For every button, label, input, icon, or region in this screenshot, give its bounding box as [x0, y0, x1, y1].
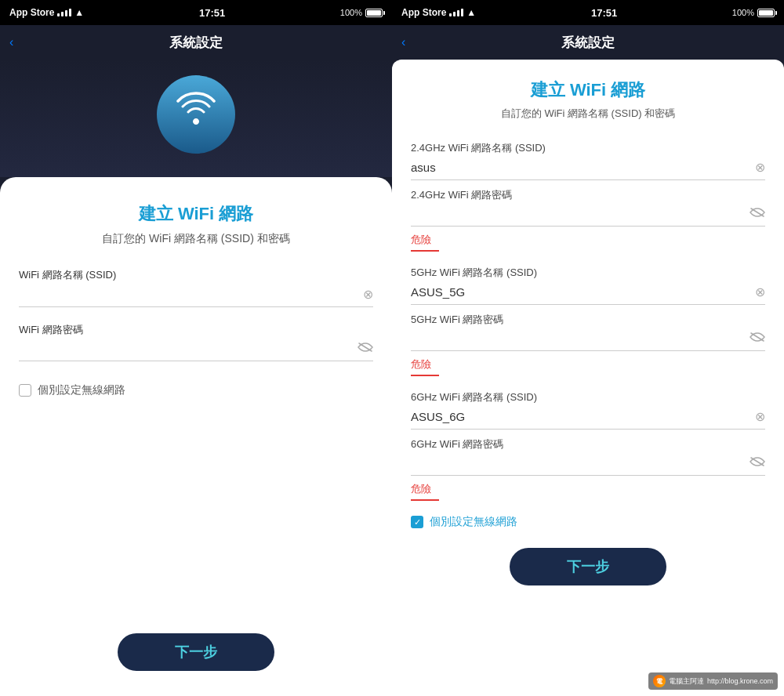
right-ssid5-row: ⊗ — [411, 285, 765, 305]
left-nav-bar: ‹ 系統設定 — [0, 25, 392, 60]
right-pass24-toggle-icon[interactable] — [750, 207, 765, 221]
right-status-right: 100% — [732, 8, 775, 17]
right-signal-bar-4 — [461, 9, 463, 16]
right-pass24-row — [411, 207, 765, 227]
right-danger1: 危險 — [411, 233, 765, 247]
left-checkbox-label: 個別設定無線網路 — [38, 383, 125, 397]
right-wifi-status-icon: ▲ — [466, 7, 476, 18]
right-danger2: 危險 — [411, 357, 765, 372]
left-password-input[interactable] — [19, 343, 358, 356]
right-signal-bar-2 — [453, 12, 456, 16]
left-back-chevron: ‹ — [9, 35, 13, 49]
right-ssid5-input[interactable] — [411, 285, 755, 299]
left-card-subtitle: 自訂您的 WiFi 網路名稱 (SSID) 和密碼 — [19, 232, 373, 246]
signal-bar-3 — [65, 10, 67, 16]
right-ssid5-label: 5GHz WiFi 網路名稱 (SSID) — [411, 266, 765, 280]
right-nav-bar: ‹ 系統設定 — [392, 25, 784, 60]
right-ssid5-clear-icon[interactable]: ⊗ — [755, 285, 765, 299]
right-danger3: 危險 — [411, 482, 765, 496]
left-battery-icon — [365, 9, 383, 17]
right-nav-title: 系統設定 — [561, 34, 615, 52]
right-back-button[interactable]: ‹ — [401, 35, 405, 49]
signal-bar-1 — [57, 13, 60, 16]
right-danger1-underline — [411, 250, 439, 252]
left-hero-area — [0, 60, 392, 177]
wifi-symbol-icon — [174, 89, 218, 141]
watermark-text: 電腦主阿達 — [669, 676, 704, 687]
right-checkbox-checked[interactable]: ✓ — [411, 516, 423, 528]
left-card: 建立 WiFi 網路 自訂您的 WiFi 網路名稱 (SSID) 和密碼 WiF… — [0, 177, 392, 696]
right-battery-icon — [757, 9, 775, 17]
right-bottom-area: 下一步 — [411, 529, 765, 611]
left-password-label: WiFi 網路密碼 — [19, 323, 373, 337]
signal-bar-4 — [69, 9, 71, 16]
right-ssid6-label: 6GHz WiFi 網路名稱 (SSID) — [411, 390, 765, 404]
left-app-store-label: App Store — [9, 7, 54, 18]
left-ssid-input[interactable] — [19, 288, 363, 301]
right-checkbox-label: 個別設定無線網路 — [430, 515, 517, 529]
left-time: 17:51 — [199, 7, 225, 19]
right-pass6-input[interactable] — [411, 457, 750, 470]
right-app-store-label: App Store — [401, 7, 446, 18]
right-next-label: 下一步 — [567, 557, 609, 576]
left-battery-pct: 100% — [340, 8, 362, 17]
right-status-left: App Store ▲ — [401, 7, 476, 18]
left-ssid-clear-icon[interactable]: ⊗ — [363, 287, 373, 302]
right-ssid24-label: 2.4GHz WiFi 網路名稱 (SSID) — [411, 141, 765, 155]
right-pass5-label: 5GHz WiFi 網路密碼 — [411, 313, 765, 327]
right-popup-card: 建立 WiFi 網路 自訂您的 WiFi 網路名稱 (SSID) 和密碼 2.4… — [392, 60, 784, 696]
right-pass5-toggle-icon[interactable] — [750, 332, 765, 346]
right-signal-bars — [449, 9, 463, 16]
left-back-button[interactable]: ‹ — [9, 35, 13, 49]
battery-tip — [383, 11, 385, 15]
right-ssid24-clear-icon[interactable]: ⊗ — [755, 160, 765, 175]
watermark-url: http://blog.krone.com — [707, 677, 773, 685]
right-pass5-row — [411, 332, 765, 351]
right-danger3-underline — [411, 499, 439, 501]
right-pass24-label: 2.4GHz WiFi 網路密碼 — [411, 188, 765, 202]
right-signal-bar-3 — [457, 10, 459, 16]
watermark: 電 電腦主阿達 http://blog.krone.com — [648, 672, 778, 690]
signal-bar-2 — [61, 12, 64, 16]
right-ssid6-clear-icon[interactable]: ⊗ — [755, 409, 765, 424]
right-status-bar: App Store ▲ 17:51 100% — [392, 0, 784, 25]
right-ssid24-input[interactable] — [411, 161, 755, 174]
right-back-chevron: ‹ — [401, 35, 405, 49]
right-pass6-label: 6GHz WiFi 網路密碼 — [411, 437, 765, 451]
left-next-label: 下一步 — [175, 643, 217, 662]
left-phone-panel: App Store ▲ 17:51 100% ‹ 系統設定 — [0, 0, 392, 696]
left-status-right: 100% — [340, 8, 383, 17]
right-next-button[interactable]: 下一步 — [510, 548, 666, 585]
right-popup-title: 建立 WiFi 網路 — [411, 78, 765, 102]
right-phone-panel: App Store ▲ 17:51 100% ‹ 系統設定 建立 WiFi 網路 — [392, 0, 784, 696]
battery-fill — [367, 10, 381, 16]
right-ssid6-input[interactable] — [411, 410, 755, 423]
right-pass5-input[interactable] — [411, 332, 750, 346]
right-pass6-toggle-icon[interactable] — [750, 456, 765, 470]
left-nav-title: 系統設定 — [169, 34, 223, 52]
left-checkbox[interactable] — [19, 384, 31, 397]
signal-bars — [57, 9, 71, 16]
left-ssid-group: WiFi 網路名稱 (SSID) ⊗ — [19, 268, 373, 307]
right-pass24-input[interactable] — [411, 208, 750, 221]
left-next-button[interactable]: 下一步 — [118, 633, 274, 671]
right-ssid24-row: ⊗ — [411, 160, 765, 180]
left-status-left: App Store ▲ — [9, 7, 84, 18]
left-password-toggle-icon[interactable] — [358, 342, 373, 356]
left-card-title: 建立 WiFi 網路 — [19, 202, 373, 226]
right-battery-fill — [759, 10, 773, 16]
left-checkbox-row[interactable]: 個別設定無線網路 — [19, 383, 373, 397]
right-checkbox-row[interactable]: ✓ 個別設定無線網路 — [411, 515, 765, 529]
right-signal-bar-1 — [449, 13, 452, 16]
right-battery-pct: 100% — [732, 8, 754, 17]
left-ssid-label: WiFi 網路名稱 (SSID) — [19, 268, 373, 282]
right-ssid6-row: ⊗ — [411, 409, 765, 430]
right-battery-tip — [775, 11, 777, 15]
watermark-logo: 電 — [653, 675, 666, 687]
left-ssid-input-row: ⊗ — [19, 287, 373, 307]
wifi-status-icon: ▲ — [74, 7, 84, 18]
right-popup-subtitle: 自訂您的 WiFi 網路名稱 (SSID) 和密碼 — [411, 107, 765, 121]
left-status-bar: App Store ▲ 17:51 100% — [0, 0, 392, 25]
wifi-circle — [157, 75, 235, 154]
left-password-input-row — [19, 342, 373, 361]
